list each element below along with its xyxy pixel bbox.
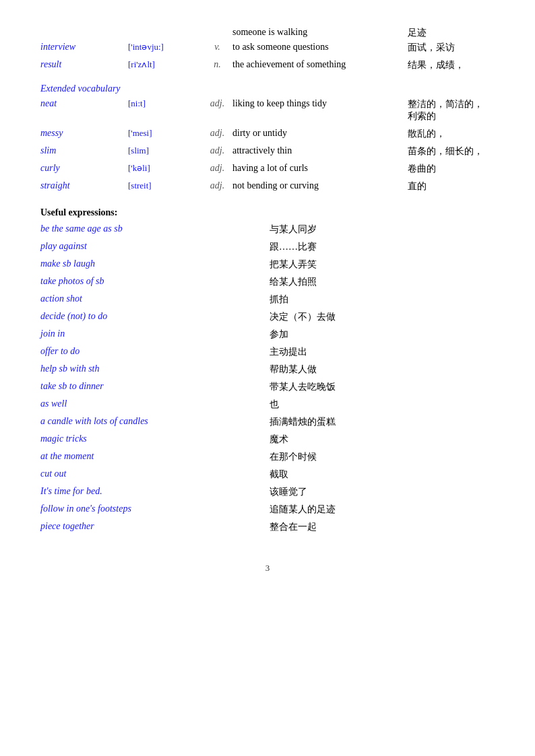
expr-english-1: play against (40, 241, 270, 252)
phonetic-slim: [slim] (128, 145, 202, 156)
expr-english-15: It's time for bed. (40, 486, 270, 497)
expr-row-16: follow in one's footsteps 追随某人的足迹 (40, 504, 495, 518)
expr-chinese-4: 抓拍 (270, 294, 495, 306)
phonetic-messy: ['mesi] (128, 128, 202, 139)
top-entry-row: someone is walking 足迹 (40, 27, 495, 39)
top-definition: someone is walking (232, 27, 408, 38)
expr-chinese-5: 决定（不）去做 (270, 311, 495, 323)
pos-messy: adj. (202, 128, 232, 139)
expr-row-5: decide (not) to do 决定（不）去做 (40, 311, 495, 326)
chinese-result: 结果，成绩， (408, 59, 495, 71)
expr-chinese-6: 参加 (270, 329, 495, 341)
expr-english-5: decide (not) to do (40, 311, 270, 322)
word-result: result (40, 59, 128, 70)
expr-english-11: a candle with lots of candles (40, 416, 270, 427)
vocab-row-straight: straight [streit] adj. not bending or cu… (40, 180, 495, 195)
expr-english-6: join in (40, 329, 270, 339)
phonetic-neat: [ni:t] (128, 98, 202, 109)
expr-row-12: magic tricks 魔术 (40, 434, 495, 448)
expr-row-9: take sb to dinner 带某人去吃晚饭 (40, 381, 495, 396)
expr-chinese-9: 带某人去吃晚饭 (270, 381, 495, 393)
phonetic-interview: ['intəvju:] (128, 42, 202, 53)
expr-english-10: as well (40, 399, 270, 409)
phonetic-straight: [streit] (128, 180, 202, 191)
expr-chinese-3: 给某人拍照 (270, 276, 495, 288)
chinese-neat: 整洁的，简洁的， 利索的 (408, 98, 495, 123)
chinese-messy: 散乱的， (408, 128, 495, 140)
def-messy: dirty or untidy (232, 128, 408, 139)
expr-row-17: piece together 整合在一起 (40, 521, 495, 536)
expr-row-0: be the same age as sb 与某人同岁 (40, 224, 495, 238)
def-straight: not bending or curving (232, 180, 408, 191)
expr-english-14: cut out (40, 469, 270, 479)
pos-slim: adj. (202, 145, 232, 156)
expr-english-3: take photos of sb (40, 276, 270, 287)
expr-english-4: action shot (40, 294, 270, 304)
extended-vocab-header: Extended vocabulary (40, 83, 495, 94)
expr-chinese-16: 追随某人的足迹 (270, 504, 495, 516)
def-slim: attractively thin (232, 145, 408, 156)
def-interview: to ask someone questions (232, 42, 408, 53)
pos-interview: v. (202, 42, 232, 53)
pos-straight: adj. (202, 180, 232, 191)
expr-english-9: take sb to dinner (40, 381, 270, 392)
chinese-slim: 苗条的，细长的， (408, 145, 495, 158)
expr-english-16: follow in one's footsteps (40, 504, 270, 514)
expr-row-8: help sb with sth 帮助某人做 (40, 364, 495, 378)
expr-row-14: cut out 截取 (40, 469, 495, 483)
page-number: 3 (40, 563, 495, 574)
word-straight: straight (40, 180, 128, 191)
chinese-interview: 面试，采访 (408, 42, 495, 54)
expr-english-12: magic tricks (40, 434, 270, 444)
word-messy: messy (40, 128, 128, 139)
chinese-curly: 卷曲的 (408, 163, 495, 175)
vocab-row-result: result [ri'zʌlt] n. the achievement of s… (40, 59, 495, 74)
pos-curly: adj. (202, 163, 232, 174)
expr-row-4: action shot 抓拍 (40, 294, 495, 308)
expr-chinese-7: 主动提出 (270, 346, 495, 358)
vocab-row-interview: interview ['intəvju:] v. to ask someone … (40, 42, 495, 57)
expr-english-7: offer to do (40, 346, 270, 357)
vocab-row-neat: neat [ni:t] adj. liking to keep things t… (40, 98, 495, 123)
word-slim: slim (40, 145, 128, 156)
expr-chinese-13: 在那个时候 (270, 451, 495, 463)
word-neat: neat (40, 98, 128, 109)
word-curly: curly (40, 163, 128, 174)
expr-row-15: It's time for bed. 该睡觉了 (40, 486, 495, 501)
expr-chinese-11: 插满蜡烛的蛋糕 (270, 416, 495, 428)
expr-chinese-0: 与某人同岁 (270, 224, 495, 236)
expr-row-1: play against 跟……比赛 (40, 241, 495, 256)
expr-row-7: offer to do 主动提出 (40, 346, 495, 361)
expr-chinese-15: 该睡觉了 (270, 486, 495, 498)
expr-row-11: a candle with lots of candles 插满蜡烛的蛋糕 (40, 416, 495, 431)
expressions-list: be the same age as sb 与某人同岁 play against… (40, 224, 495, 536)
expr-row-10: as well 也 (40, 399, 495, 413)
useful-expressions-header: Useful expressions: (40, 207, 495, 218)
def-neat: liking to keep things tidy (232, 98, 408, 109)
def-curly: having a lot of curls (232, 163, 408, 174)
phonetic-curly: ['kəli] (128, 163, 202, 174)
expr-chinese-2: 把某人弄笑 (270, 259, 495, 271)
word-interview: interview (40, 42, 128, 53)
expr-chinese-12: 魔术 (270, 434, 495, 446)
expr-english-0: be the same age as sb (40, 224, 270, 234)
chinese-straight: 直的 (408, 180, 495, 193)
expr-english-13: at the moment (40, 451, 270, 462)
expr-english-8: help sb with sth (40, 364, 270, 374)
top-chinese: 足迹 (408, 27, 495, 39)
expr-chinese-8: 帮助某人做 (270, 364, 495, 376)
vocab-row-slim: slim [slim] adj. attractively thin 苗条的，细… (40, 145, 495, 160)
expr-row-6: join in 参加 (40, 329, 495, 343)
phonetic-result: [ri'zʌlt] (128, 59, 202, 70)
expr-row-13: at the moment 在那个时候 (40, 451, 495, 466)
useful-header-text: Useful expressions: (40, 207, 117, 217)
expr-english-17: piece together (40, 521, 270, 532)
extended-header-text: Extended vocabulary (40, 83, 121, 94)
expr-chinese-17: 整合在一起 (270, 521, 495, 533)
expr-row-2: make sb laugh 把某人弄笑 (40, 259, 495, 273)
expr-chinese-14: 截取 (270, 469, 495, 481)
expr-english-2: make sb laugh (40, 259, 270, 269)
def-result: the achievement of something (232, 59, 408, 70)
vocab-row-messy: messy ['mesi] adj. dirty or untidy 散乱的， (40, 128, 495, 143)
expr-chinese-1: 跟……比赛 (270, 241, 495, 253)
